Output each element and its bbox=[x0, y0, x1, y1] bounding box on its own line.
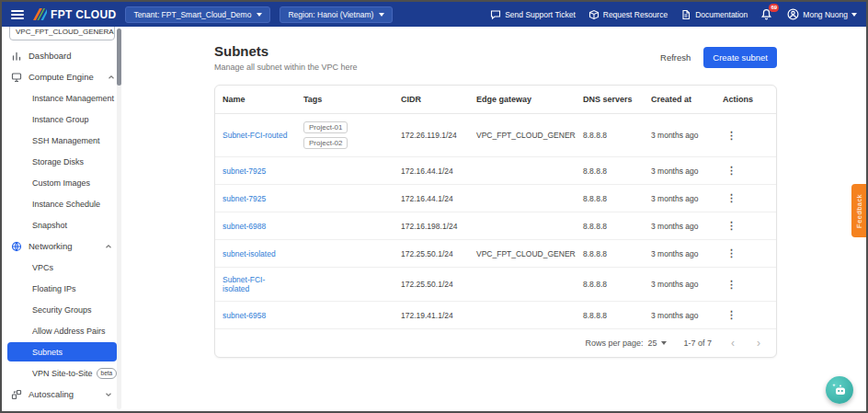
table-row: subnet-6958 172.19.41.1/24 8.8.8.8 3 mon… bbox=[215, 302, 777, 329]
sidebar-item-custom-images[interactable]: Custom Images bbox=[2, 172, 122, 193]
sidebar-item-networking[interactable]: Networking bbox=[2, 235, 122, 257]
column-header-edge-gateway: Edge gateway bbox=[469, 86, 576, 114]
table-row: subnet-6988 172.16.198.1/24 8.8.8.8 3 mo… bbox=[215, 212, 777, 240]
previous-page-button[interactable]: ‹ bbox=[728, 338, 737, 349]
created-cell: 3 months ago bbox=[644, 268, 715, 302]
dns-cell: 8.8.8.8 bbox=[576, 185, 644, 212]
edge-gateway-cell bbox=[469, 268, 576, 302]
chevron-down-icon bbox=[379, 13, 384, 17]
feedback-tab[interactable]: Feedback bbox=[851, 184, 866, 237]
sidebar-item-vpn-site-to-site[interactable]: VPN Site-to-Site beta bbox=[2, 362, 122, 384]
edge-gateway-cell bbox=[469, 212, 576, 240]
sidebar-item-dashboard[interactable]: Dashboard bbox=[2, 45, 122, 66]
edge-gateway-cell: VPC_FPT_CLOUD_GENERAL bbox=[469, 240, 576, 268]
sidebar-item-label: Compute Engine bbox=[29, 72, 94, 82]
create-subnet-button[interactable]: Create subnet bbox=[703, 47, 777, 68]
feedback-label: Feedback bbox=[855, 194, 863, 228]
fpt-logo-icon bbox=[33, 8, 47, 20]
rows-per-page-select[interactable]: Rows per page: 25 bbox=[585, 338, 667, 348]
cidr-cell: 172.26.119.1/24 bbox=[394, 114, 469, 157]
tenant-label: Tenant: FPT_Smart_Cloud_Demo bbox=[133, 10, 251, 19]
refresh-button[interactable]: Refresh bbox=[660, 52, 691, 63]
created-cell: 3 months ago bbox=[644, 240, 715, 268]
user-name: Mong Nuong bbox=[803, 10, 848, 19]
row-actions-button[interactable]: ⋮ bbox=[723, 192, 740, 204]
subnet-name-link[interactable]: subnet-7925 bbox=[223, 194, 266, 203]
column-header-dns-servers: DNS servers bbox=[576, 86, 644, 114]
sidebar: VPC_FPT_CLOUD_GENERAL Dashboard Compute … bbox=[2, 27, 122, 411]
chevron-down-icon bbox=[851, 13, 857, 17]
sidebar-scrollbar-thumb[interactable] bbox=[117, 29, 121, 86]
cidr-cell: 172.16.198.1/24 bbox=[394, 212, 469, 240]
created-cell: 3 months ago bbox=[644, 185, 715, 212]
region-dropdown[interactable]: Region: Hanoi (Vietnam) bbox=[280, 6, 393, 23]
subnet-name-link[interactable]: subnet-6958 bbox=[223, 311, 266, 320]
notification-badge: 69 bbox=[769, 4, 779, 12]
table-row: Subnet-FCI-routed Project-01 Project-02 … bbox=[215, 114, 777, 157]
subnet-name-link[interactable]: subnet-isolated bbox=[223, 249, 276, 258]
sidebar-item-floating-ips[interactable]: Floating IPs bbox=[2, 278, 122, 299]
documentation-link[interactable]: Documentation bbox=[680, 9, 748, 20]
row-actions-button[interactable]: ⋮ bbox=[723, 165, 740, 177]
sidebar-item-instance-schedule[interactable]: Instance Schedule bbox=[2, 193, 122, 214]
sidebar-item-storage-disks[interactable]: Storage Disks bbox=[2, 151, 122, 172]
subnet-name-link[interactable]: Subnet-FCI-isolated bbox=[223, 275, 265, 293]
sidebar-item-security-groups[interactable]: Security Groups bbox=[2, 299, 122, 320]
row-actions-button[interactable]: ⋮ bbox=[723, 279, 740, 291]
sidebar-item-instance-group[interactable]: Instance Group bbox=[2, 109, 122, 130]
created-cell: 3 months ago bbox=[644, 157, 715, 185]
sidebar-item-label: Autoscaling bbox=[29, 389, 74, 399]
subnet-name-link[interactable]: subnet-6988 bbox=[223, 222, 266, 231]
menu-icon[interactable] bbox=[11, 10, 24, 19]
robot-icon bbox=[831, 382, 848, 398]
edge-gateway-cell bbox=[469, 185, 576, 212]
page-subtitle: Manage all subnet within the VPC here bbox=[214, 63, 358, 72]
chevron-down-icon bbox=[104, 390, 113, 399]
chevron-up-icon bbox=[107, 73, 116, 82]
subnet-name-link[interactable]: subnet-7925 bbox=[223, 166, 266, 176]
column-header-name: Name bbox=[215, 86, 296, 114]
row-actions-button[interactable]: ⋮ bbox=[723, 130, 740, 142]
request-resource-link[interactable]: Request Resource bbox=[588, 9, 668, 20]
subnet-name-link[interactable]: Subnet-FCI-routed bbox=[223, 131, 287, 140]
brand-logo: FPT CLOUD bbox=[33, 8, 116, 21]
documentation-icon bbox=[680, 9, 691, 20]
networking-icon bbox=[11, 241, 22, 252]
edge-gateway-cell: VPC_FPT_CLOUD_GENERAL bbox=[469, 114, 576, 157]
sidebar-item-autoscaling[interactable]: Autoscaling bbox=[2, 384, 122, 405]
vpc-selector[interactable]: VPC_FPT_CLOUD_GENERAL bbox=[9, 27, 115, 40]
created-cell: 3 months ago bbox=[644, 212, 715, 240]
vpc-selector-value: VPC_FPT_CLOUD_GENERAL bbox=[16, 28, 115, 36]
topbar: FPT CLOUD Tenant: FPT_Smart_Cloud_Demo R… bbox=[2, 2, 866, 27]
ai-assistant-button[interactable] bbox=[826, 376, 853, 404]
send-support-ticket-link[interactable]: Send Support Ticket bbox=[490, 9, 576, 20]
row-actions-button[interactable]: ⋮ bbox=[723, 247, 740, 259]
pagination-range: 1-7 of 7 bbox=[683, 338, 712, 348]
sidebar-item-instance-management[interactable]: Instance Management bbox=[2, 87, 122, 109]
sidebar-item-allow-address-pairs[interactable]: Allow Address Pairs bbox=[2, 320, 122, 341]
sidebar-item-ssh-management[interactable]: SSH Management bbox=[2, 130, 122, 151]
column-header-created-at: Created at bbox=[644, 86, 715, 114]
user-menu[interactable]: Mong Nuong bbox=[787, 8, 857, 20]
row-actions-button[interactable]: ⋮ bbox=[723, 309, 740, 321]
row-actions-button[interactable]: ⋮ bbox=[723, 220, 740, 232]
sidebar-item-subnets[interactable]: Subnets bbox=[7, 342, 117, 361]
dns-cell: 8.8.8.8 bbox=[576, 212, 644, 240]
cidr-cell: 172.25.50.1/24 bbox=[394, 240, 469, 268]
chevron-up-icon bbox=[104, 242, 113, 251]
dns-cell: 8.8.8.8 bbox=[576, 302, 644, 329]
notifications-button[interactable]: 69 bbox=[760, 8, 772, 20]
support-ticket-label: Send Support Ticket bbox=[505, 10, 576, 19]
sidebar-item-vpcs[interactable]: VPCs bbox=[2, 257, 122, 278]
next-page-button[interactable]: › bbox=[754, 338, 763, 349]
subnets-table-card: Name Tags CIDR Edge gateway DNS servers … bbox=[214, 85, 777, 358]
sidebar-item-snapshot[interactable]: Snapshot bbox=[2, 214, 122, 235]
main-content: Subnets Manage all subnet within the VPC… bbox=[122, 27, 866, 411]
tag-chip: Project-01 bbox=[303, 121, 348, 133]
edge-gateway-cell bbox=[469, 157, 576, 185]
rows-per-page-label: Rows per page: bbox=[585, 338, 643, 348]
sidebar-item-compute-engine[interactable]: Compute Engine bbox=[2, 66, 122, 87]
tenant-dropdown[interactable]: Tenant: FPT_Smart_Cloud_Demo bbox=[125, 6, 270, 23]
sidebar-scrollbar[interactable] bbox=[117, 29, 121, 409]
documentation-label: Documentation bbox=[695, 10, 748, 19]
